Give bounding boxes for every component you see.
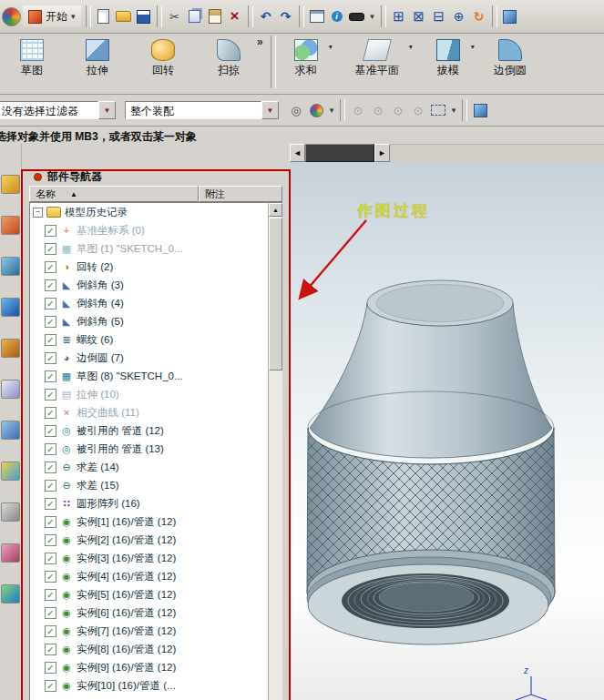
graphics-canvas[interactable]: z 作图过程	[290, 162, 604, 700]
unite-button[interactable]: 求和	[280, 36, 333, 90]
snap-point-icon[interactable]	[348, 101, 368, 120]
marquee-dropdown-icon[interactable]	[448, 101, 459, 120]
selection-filter-combo[interactable]: 没有选择过滤器	[0, 101, 116, 119]
tree-row[interactable]: 圆形阵列 (16)	[30, 494, 282, 512]
tree-row[interactable]: 草图 (8) "SKETCH_0...	[30, 367, 282, 385]
system-scenes-tab[interactable]	[1, 584, 20, 604]
find-in-view-icon[interactable]	[286, 101, 306, 120]
tree-row[interactable]: 实例[5] (16)/管道 (12)	[30, 585, 282, 604]
snap-midpoint-icon[interactable]	[388, 101, 408, 120]
tree-row[interactable]: 实例[3] (16)/管道 (12)	[30, 549, 282, 567]
collapse-caret-icon[interactable]	[33, 208, 43, 218]
checkbox-icon[interactable]	[45, 534, 56, 546]
checkbox-icon[interactable]	[45, 316, 56, 328]
rotate-view-icon[interactable]	[469, 7, 489, 26]
scroll-up-icon[interactable]: ▲	[269, 203, 282, 217]
scrollbar-thumb[interactable]	[305, 144, 374, 162]
column-header-name[interactable]: 名称 ▲	[29, 186, 199, 202]
checkbox-icon[interactable]	[45, 553, 56, 564]
checkbox-icon[interactable]	[45, 298, 56, 309]
checkbox-icon[interactable]	[45, 370, 56, 382]
column-header-note[interactable]: 附注	[199, 186, 282, 202]
tree-row[interactable]: 实例[6] (16)/管道 (12)	[30, 604, 282, 622]
open-icon[interactable]	[114, 7, 134, 26]
checkbox-icon[interactable]	[45, 261, 56, 273]
datum-plane-button[interactable]: 基准平面	[342, 36, 413, 90]
viewport-horizontal-scrollbar[interactable]: ◄ ►	[290, 144, 604, 162]
roles-tab[interactable]	[1, 543, 20, 563]
selection-filter-dropdown-icon[interactable]	[98, 101, 116, 119]
zoom-window-icon[interactable]	[409, 7, 429, 26]
model-3d[interactable]	[307, 280, 555, 644]
tree-row[interactable]: 实例[4] (16)/管道 (12)	[30, 567, 282, 585]
snap-center-icon[interactable]	[408, 101, 428, 120]
tree-row[interactable]: 求差 (15)	[30, 476, 282, 494]
checkbox-icon[interactable]	[45, 334, 56, 346]
assembly-navigator-tab[interactable]	[1, 175, 20, 194]
checkbox-icon[interactable]	[45, 662, 56, 674]
tree-row[interactable]: 倒斜角 (5)	[30, 312, 282, 330]
tree-row[interactable]: 倒斜角 (3)	[30, 276, 282, 294]
checkbox-icon[interactable]	[45, 498, 56, 510]
history-tab[interactable]	[1, 380, 20, 399]
scroll-left-icon[interactable]: ◄	[290, 144, 305, 162]
tree-row[interactable]: 拉伸 (10)	[30, 385, 282, 403]
tree-row[interactable]: 倒斜角 (4)	[30, 294, 282, 312]
color-palette-icon[interactable]	[306, 101, 326, 120]
checkbox-icon[interactable]	[45, 644, 56, 655]
pan-view-icon[interactable]	[429, 7, 449, 26]
menu-dropdown-icon[interactable]	[367, 7, 378, 26]
toolbar-overflow-chevron[interactable]: »	[257, 36, 263, 48]
checkbox-icon[interactable]	[45, 389, 56, 401]
checkbox-icon[interactable]	[45, 589, 56, 601]
tree-row[interactable]: 实例[8] (16)/管道 (12)	[30, 640, 282, 658]
edge-blend-button[interactable]: 边倒圆	[484, 36, 537, 90]
tree-row[interactable]: 基准坐标系 (0)	[30, 221, 282, 239]
selection-scope-combo[interactable]: 整个装配	[125, 101, 279, 119]
tree-row[interactable]: 实例[7] (16)/管道 (12)	[30, 622, 282, 640]
cut-icon[interactable]	[165, 7, 185, 26]
paste-icon[interactable]	[205, 7, 225, 26]
tree-row[interactable]: 回转 (2)	[30, 258, 282, 276]
tree-row[interactable]: 实例[9] (16)/管道 (12)	[30, 658, 282, 676]
palette-tab[interactable]	[1, 462, 20, 481]
checkbox-icon[interactable]	[45, 516, 56, 528]
object-info-icon[interactable]	[327, 7, 347, 26]
undo-icon[interactable]	[256, 7, 276, 26]
checkbox-icon[interactable]	[45, 443, 56, 455]
draft-button[interactable]: 拔模	[422, 36, 475, 90]
tree-row[interactable]: 草图 (1) "SKETCH_0...	[30, 239, 282, 258]
checkbox-icon[interactable]	[45, 243, 56, 255]
tree-row[interactable]: 实例[1] (16)/管道 (12)	[30, 512, 282, 531]
display-mode-icon[interactable]	[347, 7, 367, 26]
tree-row[interactable]: 求差 (14)	[30, 458, 282, 476]
navigator-vertical-scrollbar[interactable]: ▲	[268, 203, 282, 700]
scrollbar-thumb[interactable]	[269, 218, 282, 370]
checkbox-icon[interactable]	[45, 352, 56, 364]
process-studio-tab[interactable]	[1, 502, 20, 522]
reuse-library-tab[interactable]	[1, 339, 20, 358]
checkbox-icon[interactable]	[45, 425, 56, 437]
window-layout-icon[interactable]	[307, 7, 327, 26]
tree-row[interactable]: 被引用的 管道 (12)	[30, 421, 282, 440]
tree-row[interactable]: 实例[2] (16)/管道 (12)	[30, 531, 282, 549]
checkbox-icon[interactable]	[45, 607, 56, 619]
system-materials-tab[interactable]	[1, 421, 20, 440]
checkbox-icon[interactable]	[45, 407, 56, 419]
shaded-view-icon[interactable]	[500, 7, 520, 26]
new-file-icon[interactable]	[94, 7, 114, 26]
model-3d-canvas[interactable]: z	[290, 162, 604, 700]
zoom-icon[interactable]	[449, 7, 469, 26]
tree-row[interactable]: 相交曲线 (11)	[30, 403, 282, 421]
checkbox-icon[interactable]	[45, 462, 56, 473]
snap-endpoint-icon[interactable]	[368, 101, 388, 120]
checkbox-icon[interactable]	[45, 225, 56, 237]
extrude-button[interactable]: 拉伸	[71, 36, 124, 90]
marquee-select-icon[interactable]	[428, 101, 448, 120]
part-navigator-tab[interactable]	[1, 257, 20, 276]
tree-row[interactable]: 实例[10] (16)/管道 (...	[30, 676, 282, 695]
tree-row[interactable]: 螺纹 (6)	[30, 330, 282, 349]
tree-root-row[interactable]: 模型历史记录	[30, 203, 282, 221]
tree-row[interactable]: 被引用的 管道 (13)	[30, 440, 282, 458]
work-view-icon[interactable]	[470, 101, 490, 120]
